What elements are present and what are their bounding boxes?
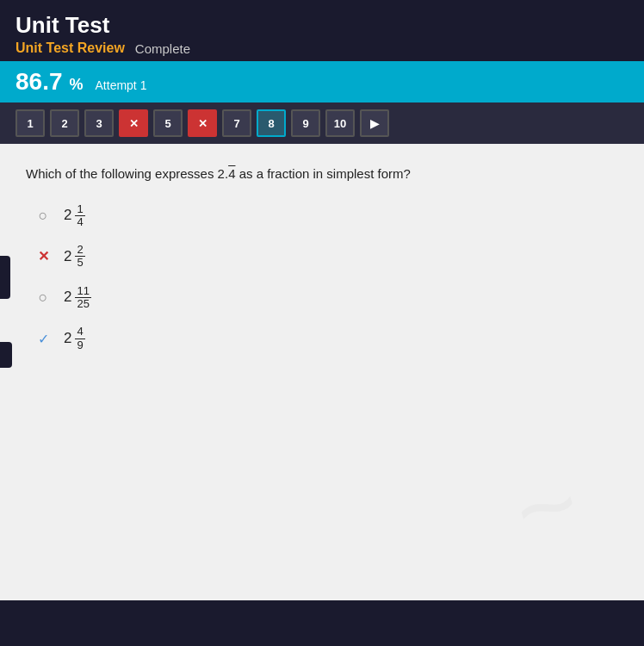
nav-btn-10[interactable]: 10 [325, 109, 355, 137]
option-c-marker: ○ [34, 289, 52, 307]
option-a-value: 2 1 4 [64, 203, 85, 229]
score-value: 86.7 [15, 68, 63, 96]
option-d-marker: ✓ [34, 331, 52, 347]
watermark: ~ [500, 441, 589, 571]
option-d[interactable]: ✓ 2 4 9 [34, 326, 618, 351]
score-bar: 86.7% Attempt 1 [0, 61, 644, 102]
option-b-value: 2 2 5 [64, 244, 85, 270]
nav-btn-7[interactable]: 7 [222, 109, 251, 137]
score-percent: % [70, 76, 84, 94]
option-b[interactable]: ✕ 2 2 5 [34, 244, 618, 270]
repeating-decimal: 4 [228, 166, 235, 181]
option-c-value: 2 11 25 [64, 285, 91, 311]
nav-btn-3[interactable]: 3 [84, 109, 114, 137]
option-a[interactable]: ○ 2 1 4 [34, 203, 618, 229]
score-attempt: Attempt 1 [96, 78, 147, 92]
nav-btn-5[interactable]: 5 [153, 109, 183, 137]
option-a-marker: ○ [34, 207, 52, 225]
option-c[interactable]: ○ 2 11 25 [34, 285, 618, 311]
nav-btn-9[interactable]: 9 [291, 109, 320, 137]
options-list: ○ 2 1 4 ✕ 2 2 5 ○ 2 [26, 203, 618, 351]
option-b-marker: ✕ [34, 248, 52, 264]
nav-btn-6[interactable]: ✕ [188, 109, 217, 137]
question-text: Which of the following expresses 2.4 as … [26, 165, 618, 184]
content-area: Which of the following expresses 2.4 as … [0, 144, 644, 600]
subtitle-label: Unit Test Review [15, 40, 125, 56]
left-edge-2 [0, 342, 12, 368]
nav-btn-1[interactable]: 1 [15, 109, 45, 137]
option-d-value: 2 4 9 [64, 326, 85, 351]
status-badge: Complete [135, 41, 190, 56]
nav-btn-4[interactable]: ✕ [119, 109, 148, 137]
left-edge-1 [0, 256, 10, 299]
page-title: Unit Test [15, 12, 629, 39]
question-nav: 1 2 3 ✕ 5 ✕ 7 8 9 10 ▶ [0, 102, 644, 144]
nav-btn-play[interactable]: ▶ [360, 109, 389, 137]
nav-btn-8[interactable]: 8 [257, 109, 286, 137]
nav-btn-2[interactable]: 2 [50, 109, 79, 137]
